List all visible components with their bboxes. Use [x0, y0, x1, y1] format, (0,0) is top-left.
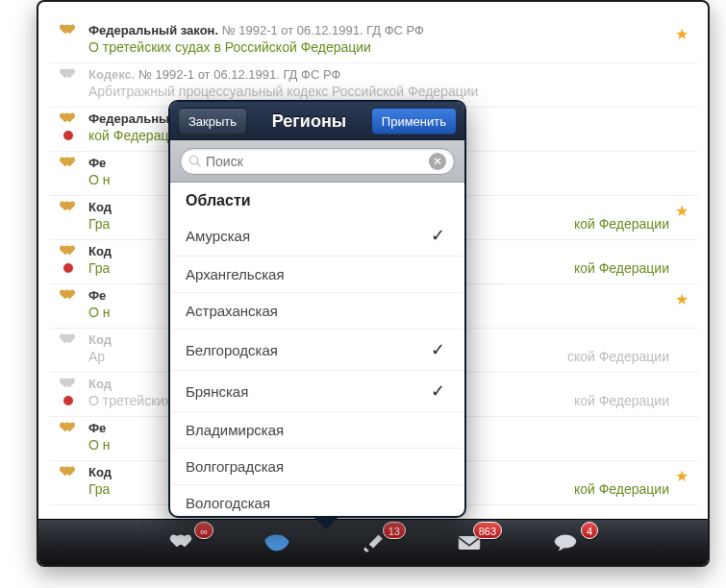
regions-tab[interactable]	[258, 527, 296, 558]
close-button[interactable]: Закрыть	[178, 108, 247, 135]
search-input[interactable]	[206, 154, 429, 169]
popover-title: Регионы	[272, 111, 346, 132]
document-item[interactable]: Федеральный закон. № 1992-1 от 06.12.199…	[50, 19, 698, 63]
star-icon[interactable]: ★	[675, 25, 688, 43]
doc-title: Арбитражный процессуальный кодекс Россий…	[88, 84, 669, 99]
region-item[interactable]: Архангельская	[172, 256, 463, 292]
popover-arrow	[313, 516, 339, 529]
tools-badge: 13	[383, 522, 406, 539]
app-window: Федеральный закон. № 1992-1 от 06.12.199…	[37, 0, 710, 567]
emblem-icon	[58, 156, 77, 171]
svg-point-2	[189, 156, 197, 163]
region-item[interactable]: Белгородская✓	[172, 329, 463, 370]
doc-title-tail: кой Федерации	[574, 216, 669, 232]
alert-dot	[63, 263, 73, 273]
region-label: Архангельская	[186, 266, 285, 282]
emblem-icon	[58, 465, 77, 480]
mail-badge: 863	[473, 522, 502, 539]
doc-title-tail: кой Федерации	[574, 393, 669, 408]
check-icon: ✓	[431, 225, 445, 246]
region-label: Вологодская	[186, 495, 270, 511]
svg-point-1	[555, 534, 576, 548]
region-item[interactable]: Волгоградская	[172, 448, 463, 484]
region-item[interactable]: Владимирская	[172, 411, 463, 448]
doc-header: Федеральный закон. № 1992-1 от 06.12.199…	[88, 23, 669, 37]
emblem-icon	[58, 332, 77, 348]
tools-tab[interactable]: 13	[354, 527, 392, 558]
bottom-toolbar: ∞ 13 863 4	[38, 519, 708, 565]
emblem-icon	[58, 111, 77, 127]
doc-title-tail: кой Федерации	[574, 481, 669, 497]
tools-icon	[360, 531, 387, 554]
star-icon[interactable]: ★	[675, 467, 688, 485]
emblem-badge: ∞	[194, 522, 213, 539]
star-icon[interactable]: ★	[675, 290, 688, 308]
region-label: Амурская	[186, 228, 250, 244]
search-icon	[188, 155, 202, 168]
regions-popover: Закрыть Регионы Применить ✕ Области Амур…	[168, 100, 466, 518]
check-icon: ✓	[431, 380, 445, 402]
chat-badge: 4	[581, 522, 598, 539]
emblem-icon	[58, 244, 77, 259]
region-item[interactable]: Амурская✓	[172, 215, 463, 256]
region-item[interactable]: Брянская✓	[172, 370, 463, 411]
doc-title: О третейских судах в Российской Федераци…	[88, 39, 669, 55]
star-icon[interactable]: ★	[675, 202, 688, 220]
alert-dot	[63, 396, 73, 405]
region-list[interactable]: Области Амурская✓АрхангельскаяАстраханск…	[172, 183, 463, 514]
eagle-icon	[167, 531, 194, 554]
region-item[interactable]: Астраханская	[172, 292, 463, 329]
search-bar: ✕	[170, 140, 464, 183]
popover-header: Закрыть Регионы Применить	[170, 102, 464, 140]
map-icon	[263, 531, 290, 554]
emblem-icon	[58, 421, 77, 436]
emblem-icon	[58, 23, 77, 38]
chat-tab[interactable]: 4	[546, 527, 585, 558]
doc-title-tail: кой Федерации	[574, 260, 669, 276]
doc-title-tail: ской Федерации	[567, 349, 669, 364]
section-header: Области	[172, 183, 463, 215]
region-label: Брянская	[186, 383, 248, 400]
alert-dot	[63, 131, 73, 140]
emblem-tab[interactable]: ∞	[162, 527, 200, 558]
chat-icon	[552, 531, 579, 554]
emblem-icon	[58, 377, 77, 392]
region-label: Волгоградская	[186, 458, 284, 475]
region-label: Астраханская	[186, 303, 278, 319]
svg-line-3	[197, 163, 201, 167]
check-icon: ✓	[431, 339, 445, 360]
emblem-icon	[58, 67, 77, 83]
region-label: Владимирская	[186, 422, 284, 438]
mail-tab[interactable]: 863	[450, 527, 488, 558]
doc-header: Кодекс. № 1992-1 от 06.12.1991. ГД ФС РФ	[88, 67, 669, 82]
region-label: Белгородская	[186, 342, 278, 358]
emblem-icon	[58, 200, 77, 215]
emblem-icon	[58, 288, 77, 304]
apply-button[interactable]: Применить	[371, 108, 457, 135]
clear-search-icon[interactable]: ✕	[429, 153, 446, 170]
region-item[interactable]: Вологодская	[172, 484, 463, 514]
